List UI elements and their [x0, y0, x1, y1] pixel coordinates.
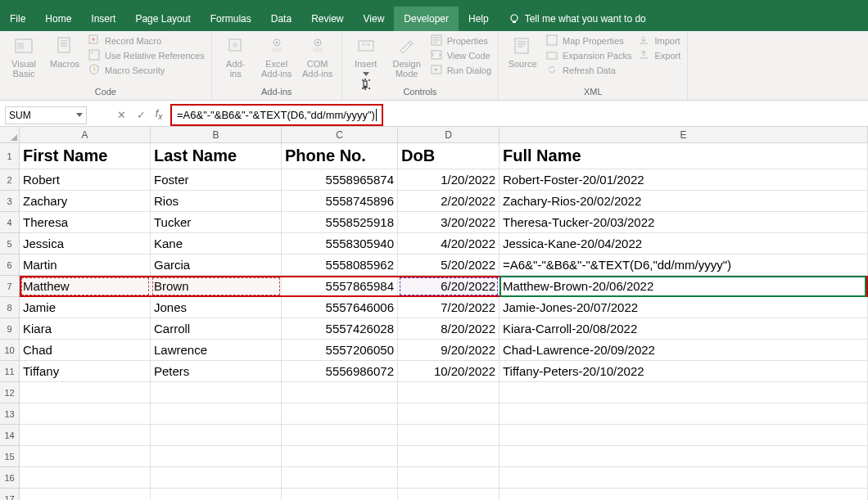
spreadsheet-grid[interactable]: A B C D E 1First NameLast NamePhone No.D… — [0, 127, 868, 500]
map-properties-button[interactable]: Map Properties — [546, 34, 631, 47]
expansion-packs-button[interactable]: Expansion Packs — [546, 49, 631, 62]
cell-C3[interactable]: 5558745896 — [282, 191, 398, 212]
row-header[interactable]: 3 — [0, 191, 20, 212]
tab-home[interactable]: Home — [35, 7, 81, 31]
cell-A9[interactable]: Kiara — [20, 318, 151, 340]
row-header[interactable]: 6 — [0, 255, 20, 276]
cell-E15[interactable] — [500, 446, 868, 467]
cell-D4[interactable]: 3/20/2022 — [398, 212, 500, 233]
cell-D8[interactable]: 7/20/2022 — [398, 297, 500, 318]
cell-A17[interactable] — [20, 489, 151, 500]
tab-view[interactable]: View — [354, 7, 395, 31]
export-button[interactable]: Export — [638, 49, 680, 62]
cell-A2[interactable]: Robert — [20, 169, 151, 191]
refresh-data-button[interactable]: Refresh Data — [546, 64, 631, 77]
design-mode-button[interactable]: Design Mode — [390, 34, 424, 79]
row-header[interactable]: 10 — [0, 340, 20, 361]
cell-B8[interactable]: Jones — [151, 297, 282, 318]
relative-refs-button[interactable]: Use Relative References — [88, 49, 205, 62]
cell-C13[interactable] — [282, 403, 398, 425]
cell-B13[interactable] — [151, 403, 282, 425]
cell-B1[interactable]: Last Name — [151, 143, 282, 169]
cell-C9[interactable]: 5557426028 — [282, 318, 398, 340]
tab-review[interactable]: Review — [301, 7, 353, 31]
cell-B17[interactable] — [151, 489, 282, 500]
cell-A6[interactable]: Martin — [20, 255, 151, 276]
view-code-button[interactable]: View Code — [431, 49, 491, 62]
row-header[interactable]: 14 — [0, 425, 20, 446]
cell-D1[interactable]: DoB — [398, 143, 500, 169]
row-header[interactable]: 13 — [0, 403, 20, 425]
cell-D3[interactable]: 2/20/2022 — [398, 191, 500, 212]
row-header[interactable]: 17 — [0, 489, 20, 500]
cell-C10[interactable]: 5557206050 — [282, 340, 398, 361]
cell-E16[interactable] — [500, 467, 868, 489]
cell-E14[interactable] — [500, 425, 868, 446]
cell-C5[interactable]: 5558305940 — [282, 233, 398, 255]
cell-D16[interactable] — [398, 467, 500, 489]
cell-E9[interactable]: Kiara-Carroll-20/08/2022 — [500, 318, 868, 340]
cell-E7[interactable]: Matthew-Brown-20/06/2022 — [500, 276, 868, 297]
cell-E12[interactable] — [500, 382, 868, 403]
cell-A11[interactable]: Tiffany — [20, 361, 151, 382]
cell-D11[interactable]: 10/20/2022 — [398, 361, 500, 382]
cell-B11[interactable]: Peters — [151, 361, 282, 382]
row-header[interactable]: 8 — [0, 297, 20, 318]
cell-A13[interactable] — [20, 403, 151, 425]
formula-input[interactable]: =A6&"-"&B6&"-"&TEXT(D6,"dd/mm/yyyy") — [170, 104, 383, 126]
macros-button[interactable]: Macros — [47, 34, 82, 69]
cancel-button[interactable]: ✕ — [111, 106, 131, 124]
select-all-corner[interactable] — [0, 127, 20, 142]
cell-B2[interactable]: Foster — [151, 169, 282, 191]
insert-control-button[interactable]: Insert — [349, 34, 383, 76]
cell-E17[interactable] — [500, 489, 868, 500]
row-header[interactable]: 9 — [0, 318, 20, 340]
cell-C17[interactable] — [282, 489, 398, 500]
run-dialog-button[interactable]: Run Dialog — [431, 64, 491, 77]
cell-A15[interactable] — [20, 446, 151, 467]
macro-security-button[interactable]: !Macro Security — [88, 64, 205, 77]
tell-me-search[interactable]: Tell me what you want to do — [499, 13, 656, 25]
visual-basic-button[interactable]: Visual Basic — [7, 34, 41, 79]
cell-B14[interactable] — [151, 425, 282, 446]
cell-A8[interactable]: Jamie — [20, 297, 151, 318]
cell-D5[interactable]: 4/20/2022 — [398, 233, 500, 255]
cell-C4[interactable]: 5558525918 — [282, 212, 398, 233]
cell-A3[interactable]: Zachary — [20, 191, 151, 212]
cell-E4[interactable]: Theresa-Tucker-20/03/2022 — [500, 212, 868, 233]
cell-C2[interactable]: 5558965874 — [282, 169, 398, 191]
cell-C14[interactable] — [282, 425, 398, 446]
cell-B15[interactable] — [151, 446, 282, 467]
col-header-d[interactable]: D — [398, 127, 500, 142]
cell-E10[interactable]: Chad-Lawrence-20/09/2022 — [500, 340, 868, 361]
cell-D17[interactable] — [398, 489, 500, 500]
cell-C11[interactable]: 5556986072 — [282, 361, 398, 382]
tab-page-layout[interactable]: Page Layout — [125, 7, 200, 31]
cell-B6[interactable]: Garcia — [151, 255, 282, 276]
cell-A7[interactable]: Matthew — [20, 276, 151, 297]
cell-E3[interactable]: Zachary-Rios-20/02/2022 — [500, 191, 868, 212]
cell-B3[interactable]: Rios — [151, 191, 282, 212]
cell-A12[interactable] — [20, 382, 151, 403]
row-header[interactable]: 1 — [0, 143, 20, 169]
tab-developer[interactable]: Developer — [394, 7, 459, 31]
cell-E8[interactable]: Jamie-Jones-20/07/2022 — [500, 297, 868, 318]
source-button[interactable]: Source — [505, 34, 540, 69]
row-header[interactable]: 16 — [0, 467, 20, 489]
cell-E5[interactable]: Jessica-Kane-20/04/2022 — [500, 233, 868, 255]
cell-C7[interactable]: 5557865984 — [282, 276, 398, 297]
cell-D15[interactable] — [398, 446, 500, 467]
cell-D2[interactable]: 1/20/2022 — [398, 169, 500, 191]
row-header[interactable]: 2 — [0, 169, 20, 191]
row-header[interactable]: 15 — [0, 446, 20, 467]
cell-C12[interactable] — [282, 382, 398, 403]
row-header[interactable]: 5 — [0, 233, 20, 255]
cell-B16[interactable] — [151, 467, 282, 489]
cell-B9[interactable]: Carroll — [151, 318, 282, 340]
col-header-b[interactable]: B — [151, 127, 282, 142]
cell-D13[interactable] — [398, 403, 500, 425]
row-header[interactable]: 11 — [0, 361, 20, 382]
cell-B10[interactable]: Lawrence — [151, 340, 282, 361]
cell-E1[interactable]: Full Name — [500, 143, 868, 169]
import-button[interactable]: Import — [638, 34, 680, 47]
